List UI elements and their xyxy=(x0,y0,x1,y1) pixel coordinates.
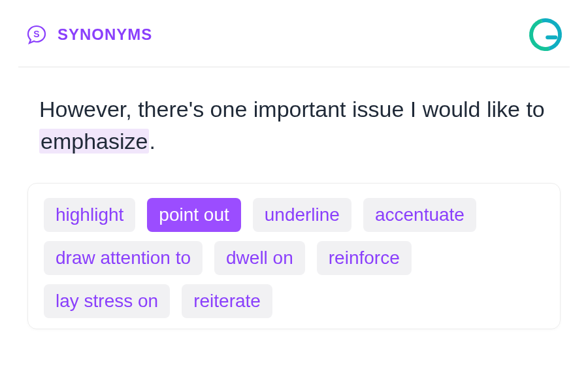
header-left: S SYNONYMS xyxy=(26,24,152,45)
synonym-chip[interactable]: dwell on xyxy=(214,241,305,275)
sentence-after: . xyxy=(149,129,155,154)
synonym-chip[interactable]: highlight xyxy=(44,198,135,232)
synonyms-card: highlightpoint outunderlineaccentuatedra… xyxy=(27,183,561,329)
highlighted-word[interactable]: emphasize xyxy=(39,129,149,154)
header-title: SYNONYMS xyxy=(57,25,152,44)
header: S SYNONYMS xyxy=(0,0,588,67)
sentence-text: However, there's one important issue I w… xyxy=(39,93,549,158)
synonym-chip[interactable]: accentuate xyxy=(363,198,476,232)
synonym-chip[interactable]: point out xyxy=(147,198,240,232)
synonym-chip[interactable]: reinforce xyxy=(317,241,412,275)
svg-text:S: S xyxy=(33,29,39,39)
synonym-chip[interactable]: lay stress on xyxy=(44,284,170,318)
synonyms-badge-icon: S xyxy=(26,24,47,45)
synonym-chip[interactable]: draw attention to xyxy=(44,241,203,275)
sentence-before: However, there's one important issue I w… xyxy=(39,97,545,122)
grammarly-logo-icon xyxy=(523,12,568,57)
content: However, there's one important issue I w… xyxy=(0,67,588,171)
synonym-chips: highlightpoint outunderlineaccentuatedra… xyxy=(44,198,544,318)
synonym-chip[interactable]: underline xyxy=(253,198,351,232)
synonym-chip[interactable]: reiterate xyxy=(182,284,272,318)
